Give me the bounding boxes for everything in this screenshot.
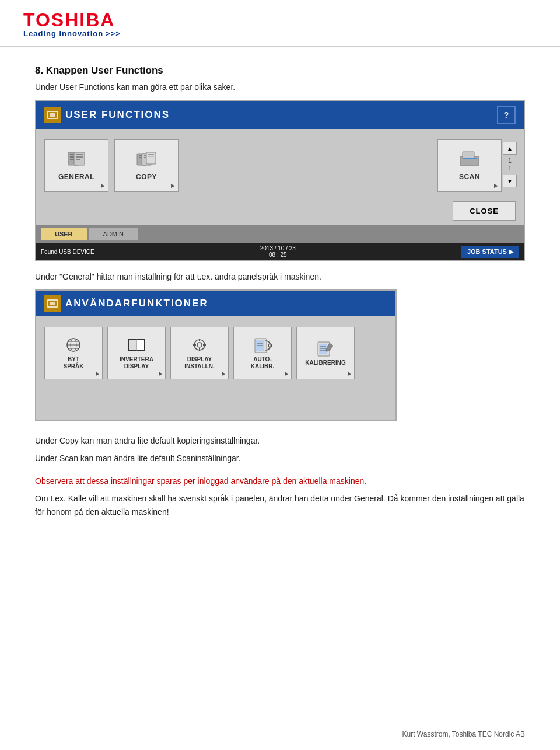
svg-point-34: [197, 343, 202, 347]
chevrons-icon: >>>: [106, 29, 121, 38]
job-status-button[interactable]: JOB STATUS ▶: [461, 246, 519, 258]
uf2-buttons-area: BYT SPRÅK ▶ INVERTERA DISPLAY ▶: [36, 316, 396, 420]
footer-divider: [23, 724, 537, 724]
uf-footer: CLOSE: [36, 198, 524, 225]
general-button[interactable]: GENERAL ▶: [44, 139, 108, 192]
datetime-display: 2013 / 10 / 23 08 : 25: [260, 245, 296, 258]
page-footer: Kurt Wasstrom, Toshiba TEC Nordic AB: [402, 730, 525, 738]
body-text-scan: Under Scan kan man ändra lite default Sc…: [35, 452, 525, 465]
scan-button[interactable]: SCAN ▶: [438, 139, 502, 192]
admin-tab[interactable]: ADMIN: [89, 228, 138, 240]
display-arrow-icon: ▶: [222, 371, 226, 376]
scan-icon: [459, 151, 480, 169]
svg-rect-18: [148, 156, 154, 157]
display-installn-label: DISPLAY INSTALLN.: [184, 356, 214, 370]
general-label: GENERAL: [58, 173, 94, 181]
uf-tabs-bar: USER ADMIN: [36, 225, 524, 243]
svg-rect-8: [76, 156, 83, 158]
kalibrering-button[interactable]: KALIBRERING ▶: [296, 327, 355, 379]
svg-rect-1: [50, 113, 55, 117]
svg-rect-30: [129, 340, 137, 350]
uf-logo-icon: [44, 107, 61, 123]
uf-content-area: GENERAL ▶ COP: [36, 129, 524, 198]
scroll-up-button[interactable]: ▲: [503, 142, 517, 155]
svg-rect-9: [76, 159, 80, 160]
body-text-copy: Under Copy kan man ändra lite default ko…: [35, 434, 525, 447]
svg-rect-7: [76, 154, 83, 155]
auto-kalibr-arrow-icon: ▶: [285, 371, 289, 376]
main-content: 8. Knappen User Functions Under User Fun…: [0, 47, 560, 540]
byt-sprak-button[interactable]: BYT SPRÅK ▶: [44, 327, 103, 379]
section-number: 8.: [35, 65, 43, 76]
body-text-observe: Observera att dessa inställningar sparas…: [35, 475, 525, 487]
display-installn-button[interactable]: DISPLAY INSTALLN. ▶: [170, 327, 229, 379]
uf2-logo-icon: [44, 295, 61, 312]
globe-icon: [64, 336, 83, 354]
uf-button-group: GENERAL ▶ COP: [44, 139, 502, 192]
footer-text: Kurt Wasstrom, Toshiba TEC Nordic AB: [402, 730, 525, 738]
svg-rect-21: [463, 158, 477, 159]
kalibrering-label: KALIBRERING: [305, 360, 345, 367]
user-functions-screenshot: USER FUNCTIONS ?: [35, 100, 525, 261]
general-icon: [66, 151, 87, 169]
uf-help-button[interactable]: ?: [497, 106, 516, 124]
byt-sprak-arrow-icon: ▶: [96, 371, 100, 376]
user-tab[interactable]: USER: [41, 228, 87, 240]
svg-rect-23: [50, 302, 55, 305]
svg-rect-17: [148, 154, 154, 155]
copy-arrow-icon: ▶: [171, 183, 175, 189]
scan-arrow-icon: ▶: [494, 183, 498, 189]
section-title: Knappen User Functions: [46, 65, 163, 76]
auto-kalibr-label: AUTO- KALIBR.: [251, 356, 275, 370]
uf2-title-text: ANVÄNDARFUNKTIONER: [65, 298, 208, 309]
body-text-kalle: Om t.ex. Kalle vill att maskinen skall h…: [35, 492, 525, 518]
brand-name: TOSHIBA: [23, 11, 115, 29]
invertera-icon: [127, 336, 146, 354]
uf2-titlebar: ANVÄNDARFUNKTIONER: [36, 291, 396, 316]
kalibrering-icon: [316, 340, 335, 357]
scan-label: SCAN: [459, 173, 480, 181]
close-button[interactable]: CLOSE: [453, 201, 516, 221]
toshiba-logo: TOSHIBA Leading Innovation >>>: [23, 11, 537, 38]
scroll-down-button[interactable]: ▼: [503, 175, 517, 187]
anvandardfunktioner-screenshot: ANVÄNDARFUNKTIONER BYT SPRÅK ▶: [35, 289, 397, 421]
byt-sprak-label: BYT SPRÅK: [63, 356, 83, 370]
section-heading-block: 8. Knappen User Functions: [35, 65, 525, 76]
copy-label: COPY: [136, 173, 157, 181]
svg-rect-31: [137, 340, 144, 350]
svg-rect-20: [463, 152, 474, 159]
copy-icon: [136, 151, 157, 169]
auto-kalibr-icon: [253, 336, 272, 354]
copy-button[interactable]: COPY ▶: [114, 139, 178, 192]
general-arrow-icon: ▶: [101, 183, 105, 189]
usb-status-text: Found USB DEVICE: [41, 249, 94, 255]
uf-title-text: USER FUNCTIONS: [65, 109, 170, 121]
kalibrering-arrow-icon: ▶: [348, 371, 352, 376]
page-header: TOSHIBA Leading Innovation >>>: [0, 0, 560, 47]
section2-text: Under "General" hittar man inställning f…: [35, 272, 525, 281]
invertera-display-button[interactable]: INVERTERA DISPLAY ▶: [107, 327, 166, 379]
uf-bottom-bar: Found USB DEVICE 2013 / 10 / 23 08 : 25 …: [36, 243, 524, 260]
scrollbar: ▲ 1 1 ▼: [502, 139, 518, 192]
display-icon: [190, 336, 209, 354]
tagline: Leading Innovation >>>: [23, 29, 121, 38]
invertera-arrow-icon: ▶: [159, 371, 163, 376]
section-intro: Under User Functions kan man göra ett pa…: [35, 82, 525, 92]
auto-kalibr-button[interactable]: AUTO- KALIBR. ▶: [233, 327, 292, 379]
invertera-display-label: INVERTERA DISPLAY: [120, 356, 153, 370]
scroll-page-indicator: 1 1: [508, 157, 512, 172]
uf-titlebar: USER FUNCTIONS ?: [36, 101, 524, 129]
